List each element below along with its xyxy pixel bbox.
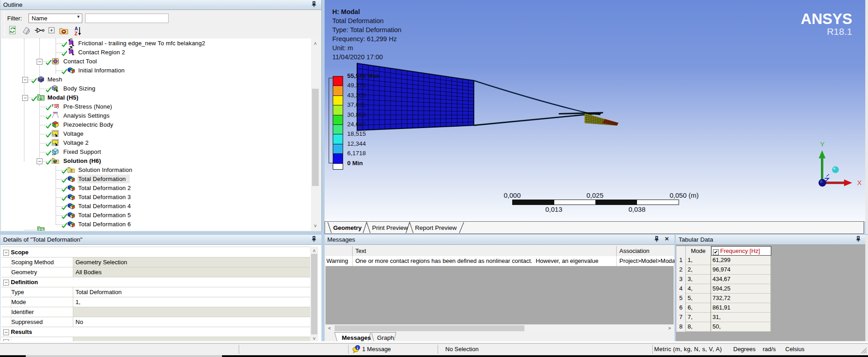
svg-text:Messages: Messages — [342, 334, 371, 341]
svg-text:Graph: Graph — [377, 334, 394, 341]
svg-text:Geometry: Geometry — [333, 224, 362, 231]
svg-text:A: A — [75, 26, 78, 31]
svg-text:Print Preview: Print Preview — [372, 224, 408, 231]
svg-text:T: T — [52, 104, 54, 108]
svg-text:X: X — [857, 179, 862, 186]
svg-text:Z: Z — [75, 31, 77, 36]
svg-text:Y: Y — [820, 140, 825, 148]
svg-text:Report Preview: Report Preview — [415, 224, 457, 231]
